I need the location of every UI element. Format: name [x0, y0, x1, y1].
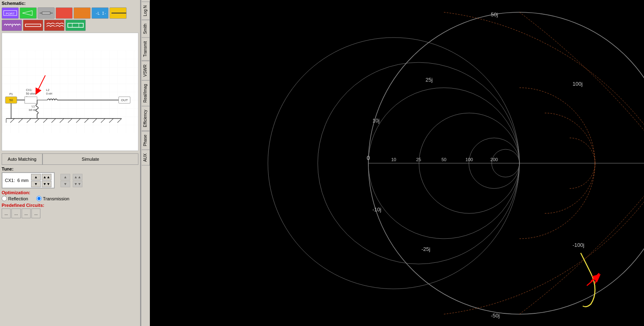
tune-stepper-left: ▲ ▼	[31, 174, 41, 187]
label-neg10j: -10j	[372, 206, 381, 213]
tune-row: CX1: 6 mm ▲ ▼ ▲▲ ▼▼ ▲ ▼	[2, 172, 138, 189]
transmission-option: Transmission	[36, 196, 69, 201]
tune-right-fast-down-btn: ▼▼	[73, 181, 82, 187]
optimization-label: Optimization:	[2, 190, 138, 195]
tab-realimag[interactable]: Real/Imag	[142, 80, 150, 106]
tune-up-btn[interactable]: ▲	[31, 174, 41, 180]
tune-right-fast-up-btn: ▲▲	[73, 174, 82, 180]
reflection-radio[interactable]	[2, 196, 7, 201]
svg-text:P1: P1	[9, 93, 13, 95]
green-btn[interactable]	[65, 20, 86, 31]
tline-btn[interactable]	[23, 20, 43, 31]
wire-btn[interactable]	[109, 7, 127, 19]
coil-btn[interactable]	[2, 20, 22, 31]
tab-phase[interactable]: Phase	[142, 131, 150, 150]
tune-stepper-fast: ▲▲ ▼▼	[42, 174, 51, 187]
tune-box: CX1: 6 mm ▲ ▼ ▲▲ ▼▼	[2, 172, 55, 189]
tab-strip: Log N Smith Transmit VSWR Real/Imag Effi…	[141, 0, 150, 326]
tune-label: Tune:	[2, 166, 138, 171]
svg-text:50: 50	[9, 98, 13, 102]
label-neg25j: -25j	[421, 246, 430, 252]
bottom-controls: Auto Matching Simulate Tune: CX1: 6 mm ▲…	[0, 152, 140, 220]
svg-text:L2: L2	[46, 89, 49, 91]
tune-right-stepper: ▲ ▼	[60, 174, 70, 187]
tune-component-label: CX1:	[5, 178, 15, 183]
predef-btn-4[interactable]: ...	[31, 208, 40, 218]
coupled-btn[interactable]	[44, 20, 65, 31]
tab-smith[interactable]: Smith	[142, 20, 150, 38]
radio-row: Reflection Transmission	[2, 196, 138, 201]
tune-section: Tune: CX1: 6 mm ▲ ▼ ▲▲ ▼▼ ▲	[2, 166, 138, 189]
label-25j: 25j	[426, 77, 432, 83]
label-r10: 10	[391, 157, 396, 162]
tune-fast-up-btn[interactable]: ▲▲	[42, 174, 51, 180]
left-panel: Schematic: PORT -L I-	[0, 0, 141, 326]
label-neg100j: -100j	[573, 242, 584, 248]
reflection-option: Reflection	[2, 196, 28, 201]
svg-rect-19	[68, 23, 83, 27]
inductor-btn[interactable]	[74, 7, 91, 19]
label-50j-top: 50j	[491, 11, 498, 18]
port-btn[interactable]: PORT	[2, 7, 19, 19]
tab-vswr[interactable]: VSWR	[142, 61, 150, 80]
arrow-btn[interactable]	[20, 7, 37, 19]
transmission-label: Transmission	[43, 196, 69, 201]
predef-btn-2[interactable]: ...	[11, 208, 20, 218]
tab-logn[interactable]: Log N	[142, 2, 150, 20]
label-100j: 100j	[573, 81, 583, 87]
svg-rect-31	[25, 97, 37, 103]
predefined-label: Predefined Circuits:	[2, 203, 138, 208]
right-area: Log N Smith Transmit VSWR Real/Imag Effi…	[141, 0, 644, 326]
predefined-row: ... ... ... ...	[2, 208, 138, 218]
label-r100: 100	[466, 157, 473, 162]
tab-transmit[interactable]: Transmit	[142, 38, 150, 61]
capacitor-btn[interactable]	[56, 7, 73, 19]
tune-down-btn[interactable]: ▼	[31, 181, 41, 187]
label-neg50j: -50j	[491, 313, 500, 319]
tune-right-down-btn: ▼	[60, 181, 70, 187]
tune-value: 6 mm	[17, 178, 31, 183]
svg-text:50 ohm: 50 ohm	[26, 92, 36, 95]
auto-matching-button[interactable]: Auto Matching	[2, 153, 42, 165]
label-zero: 0	[367, 155, 370, 161]
tune-right-stepper-fast: ▲▲ ▼▼	[73, 174, 82, 187]
button-row: Auto Matching Simulate	[2, 153, 138, 165]
label-r200: 200	[490, 157, 498, 162]
svg-text:-L I-: -L I-	[95, 11, 106, 16]
svg-rect-3	[42, 12, 50, 14]
schematic-canvas: 50 P1 CX1: 50 ohm 6 mm L2 0 nH L1 Inf nH	[2, 33, 138, 151]
svg-text:L1: L1	[32, 105, 35, 108]
predefined-section: Predefined Circuits: ... ... ... ...	[2, 203, 138, 218]
svg-text:Inf nH: Inf nH	[29, 109, 37, 111]
smith-chart-area: ∞ 0 10 25 50 100 200 50j 100j 25j 10j -1…	[150, 0, 644, 326]
tune-right-up-btn: ▲	[60, 174, 70, 180]
toolbar: PORT -L I-	[0, 7, 140, 32]
svg-text:0 nH: 0 nH	[46, 92, 52, 95]
resistor-btn[interactable]	[38, 7, 55, 19]
predef-btn-3[interactable]: ...	[22, 208, 31, 218]
svg-text:CX1:: CX1:	[26, 89, 33, 91]
tune-right: ▲ ▼ ▲▲ ▼▼	[60, 174, 82, 187]
svg-text:PORT: PORT	[6, 12, 15, 16]
tab-efficiency[interactable]: Efficiency	[142, 106, 150, 131]
svg-marker-2	[22, 11, 32, 16]
label-r50: 50	[441, 157, 446, 162]
simulate-button[interactable]: Simulate	[42, 153, 138, 165]
label-r25: 25	[416, 157, 421, 162]
tune-fast-down-btn[interactable]: ▼▼	[42, 181, 51, 187]
predef-btn-1[interactable]: ...	[2, 208, 11, 218]
reflection-label: Reflection	[8, 196, 28, 201]
tab-aux[interactable]: AUX	[142, 150, 150, 166]
label-10j: 10j	[372, 118, 379, 124]
svg-text:OUT: OUT	[121, 98, 128, 102]
transmission-radio[interactable]	[36, 196, 42, 201]
optimization-section: Optimization: Reflection Transmission	[2, 190, 138, 201]
schematic-label: Schematic:	[0, 0, 140, 7]
misc-btn[interactable]: -L I-	[91, 7, 109, 19]
